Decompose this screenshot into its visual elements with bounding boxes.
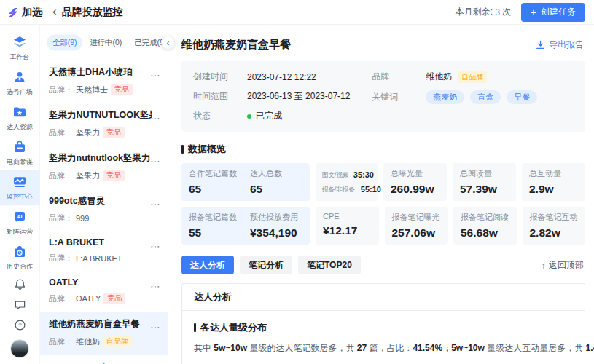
task-list-item[interactable]: OATLY 品牌： OATLY 竞品 ⋯	[40, 271, 168, 312]
task-list-item-selected[interactable]: 维他奶燕麦奶盲盒早餐 品牌： 维他奶 自品牌 ⋯	[40, 312, 168, 355]
brand-name: OATLY	[76, 294, 101, 303]
task-list-item[interactable]: 999otc感冒灵 品牌： 999 ⋯	[40, 189, 168, 231]
data-overview-section-title: 数据概览	[181, 143, 587, 156]
brand-label: 品牌：	[49, 84, 73, 95]
notification-bell-icon[interactable]	[14, 278, 26, 290]
keyword-pill: 早餐	[507, 90, 537, 104]
competitor-tag: 竞品	[103, 127, 125, 138]
task-item-title: 维他奶燕麦奶盲盒早餐	[49, 318, 152, 331]
top-navbar: 加选 ‹ 品牌投放监控 本月剩余: 3 次 + 创建任务	[0, 0, 594, 25]
campaign-title: 维他奶燕麦奶盲盒早餐	[181, 38, 291, 52]
sidebar-item-history[interactable]: 历史合作	[0, 240, 40, 275]
brand-label: 品牌：	[49, 253, 73, 264]
brand-label: 品牌：	[49, 170, 73, 181]
sidebar-item-kol-resource[interactable]: 达人资源	[0, 100, 40, 135]
brand-name: 坚果力	[76, 170, 100, 181]
back-icon[interactable]: ‹	[52, 5, 57, 17]
more-actions-icon[interactable]: ⋯	[150, 198, 161, 210]
task-item-title: OATLY	[49, 277, 152, 288]
more-actions-icon[interactable]: ⋯	[150, 240, 161, 252]
create-task-button[interactable]: + 创建任务	[521, 3, 585, 22]
help-icon[interactable]: ?	[14, 319, 26, 331]
task-list-panel: 全部(9) 进行中(0) 已完成(9) 天然博士DHA小琥珀 品牌： 天然博士 …	[40, 25, 168, 364]
metric-card-reported-reads: 报备笔记阅读 56.68w	[453, 207, 517, 245]
sidebar-item-monitor-center[interactable]: 监控中心	[0, 170, 40, 205]
task-item-title: 坚果力NUTNUTLOOK坚果力...	[49, 109, 152, 122]
brand-label: 品牌：	[49, 127, 73, 138]
quota-value: 3	[495, 7, 500, 17]
brand-name: 坚果力	[76, 127, 100, 138]
metric-card-reported-cost: 报备笔记篇数 55 预估投放费用 ¥354,190	[181, 207, 310, 245]
avatar[interactable]	[10, 339, 29, 358]
sidebar-item-workbench[interactable]: 工作台	[0, 31, 40, 66]
status-badge: 已完成	[256, 110, 282, 122]
sidebar-item-marketplace[interactable]: 选号广场	[0, 66, 40, 100]
tab-kol-analysis[interactable]: 达人分析	[181, 256, 234, 274]
app-logo: 加选	[7, 6, 42, 19]
metric-card-total-reads: 总阅读量 57.39w	[453, 163, 516, 201]
brand-name: 维他奶	[426, 71, 452, 83]
summary-part: 量级达人互动量居多，共	[485, 343, 586, 353]
history-icon	[12, 245, 27, 259]
created-time-value: 2023-07-12 12:22	[247, 72, 316, 82]
sidebar-item-label: 选号广场	[7, 87, 33, 96]
competitor-tag: 竞品	[111, 84, 133, 95]
more-actions-icon[interactable]: ⋯	[150, 280, 161, 292]
campaign-info-card: 创建时间 2023-07-12 12:22 时间范围 2023-06-13 至 …	[181, 61, 585, 132]
tab-in-progress[interactable]: 进行中(0)	[86, 35, 127, 51]
create-task-label: 创建任务	[541, 6, 576, 18]
monthly-quota: 本月剩余: 3 次	[456, 6, 511, 18]
plus-icon: +	[531, 7, 536, 17]
export-report-label: 导出报告	[549, 39, 584, 51]
export-report-button[interactable]: 导出报告	[536, 39, 584, 51]
keyword-pill: 燕麦奶	[426, 90, 464, 104]
more-actions-icon[interactable]: ⋯	[150, 69, 161, 81]
keywords-label: 关键词	[372, 91, 426, 103]
brand-label: 品牌：	[49, 336, 73, 347]
metric-card-ratios: 图文/视频 35:30 报备/非报备 55:10	[316, 163, 378, 201]
matrix-ai-icon: AI	[12, 210, 27, 224]
task-list-item[interactable]: 坚果力nutnutlook坚果力 品牌： 坚果力 竞品 ⋯	[40, 146, 168, 189]
metric-card-reported-engagement: 报备笔记互动 2.82w	[523, 207, 586, 245]
more-actions-icon[interactable]: ⋯	[150, 321, 161, 333]
sidebar-item-label: 矩阵运营	[7, 226, 33, 236]
quota-label: 本月剩余:	[456, 6, 493, 18]
keyword-pill: 盲盒	[470, 90, 501, 104]
quota-unit: 次	[502, 6, 511, 18]
tab-all[interactable]: 全部(9)	[47, 35, 82, 51]
metric-card-notes-kols: 合作笔记篇数 65 达人总数 65	[181, 163, 310, 201]
task-list-item[interactable]: L:A BRUKET 品牌： L:A BRUKET ⋯	[40, 231, 168, 271]
created-time-label: 创建时间	[193, 71, 247, 83]
kol-analysis-card-title: 达人分析	[182, 284, 585, 311]
task-list-item[interactable]: 坚果力NUTNUTLOOK坚果力... 品牌： 坚果力 竞品 ⋯	[40, 103, 168, 146]
competitor-tag: 竞品	[103, 293, 125, 304]
sidebar-item-ecommerce[interactable]: 电商参谋	[0, 135, 40, 170]
kol-resource-icon	[12, 105, 27, 119]
sidebar-item-label: 工作台	[10, 52, 30, 61]
task-item-title: L:A BRUKET	[49, 237, 152, 248]
tab-note-top20[interactable]: 笔记TOP20	[298, 256, 361, 274]
brand-label: 品牌	[372, 71, 426, 83]
brand-name: 维他奶	[76, 336, 100, 347]
sidebar-item-matrix-ops[interactable]: AI 矩阵运营	[0, 205, 40, 240]
own-brand-tag: 自品牌	[458, 71, 487, 83]
own-brand-tag: 自品牌	[103, 336, 132, 347]
metric-card-reported-impressions: 报备笔记曝光 257.06w	[385, 207, 448, 245]
competitor-tag: 竞品	[103, 170, 125, 181]
monitor-icon	[12, 175, 27, 189]
brand-label: 品牌：	[49, 293, 73, 304]
back-to-top-button[interactable]: ↑ 返回顶部	[542, 259, 585, 272]
analysis-tab-bar: 达人分析 笔记分析 笔记TOP20 ↑ 返回顶部	[181, 256, 585, 274]
more-actions-icon[interactable]: ⋯	[150, 155, 161, 167]
task-list-item[interactable]: 天然博士DHA小琥珀 品牌： 天然博士 竞品 ⋯	[40, 60, 168, 103]
brand-name: L:A BRUKET	[76, 254, 122, 263]
collapse-panel-button[interactable]: ‹	[161, 36, 175, 50]
metrics-overview: 合作笔记篇数 65 达人总数 65 图文/视频 35:30 报备/非报备	[181, 163, 585, 245]
more-actions-icon[interactable]: ⋯	[150, 112, 161, 124]
download-icon	[536, 40, 545, 50]
tier-distribution-section-title: 各达人量级分布	[194, 321, 573, 334]
summary-part: 41.54%	[413, 343, 442, 353]
tab-note-analysis[interactable]: 笔记分析	[240, 256, 292, 274]
arrow-up-icon: ↑	[542, 260, 547, 271]
feedback-icon[interactable]	[14, 298, 26, 311]
